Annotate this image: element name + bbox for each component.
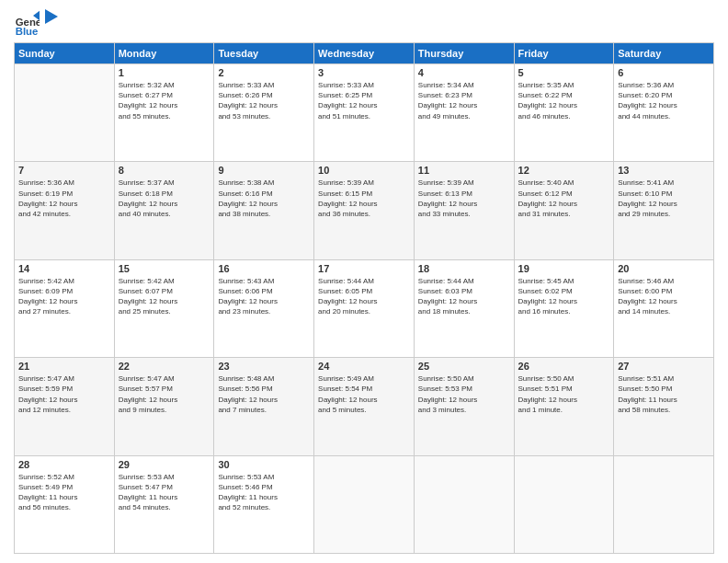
day-number: 7 (18, 165, 110, 176)
header-thursday: Thursday (414, 43, 514, 64)
day-detail: Sunrise: 5:50 AM Sunset: 5:51 PM Dayligh… (518, 373, 610, 415)
day-cell: 22Sunrise: 5:47 AM Sunset: 5:57 PM Dayli… (114, 358, 214, 455)
day-detail: Sunrise: 5:41 AM Sunset: 6:10 PM Dayligh… (618, 178, 710, 219)
day-number: 6 (618, 67, 710, 78)
day-cell: 6Sunrise: 5:36 AM Sunset: 6:20 PM Daylig… (614, 64, 714, 162)
day-number: 9 (218, 165, 310, 176)
day-number: 26 (518, 361, 610, 372)
day-detail: Sunrise: 5:43 AM Sunset: 6:06 PM Dayligh… (218, 276, 310, 317)
day-number: 2 (218, 67, 310, 78)
logo-icon: General Blue (14, 9, 40, 35)
day-cell: 18Sunrise: 5:44 AM Sunset: 6:03 PM Dayli… (414, 259, 514, 357)
day-number: 18 (418, 263, 510, 274)
day-cell: 7Sunrise: 5:36 AM Sunset: 6:19 PM Daylig… (15, 162, 115, 259)
day-number: 3 (318, 67, 410, 78)
day-cell: 28Sunrise: 5:52 AM Sunset: 5:49 PM Dayli… (15, 455, 115, 553)
day-cell: 30Sunrise: 5:53 AM Sunset: 5:46 PM Dayli… (214, 455, 314, 553)
day-number: 23 (218, 361, 310, 372)
day-cell: 9Sunrise: 5:38 AM Sunset: 6:16 PM Daylig… (214, 162, 314, 259)
day-cell: 26Sunrise: 5:50 AM Sunset: 5:51 PM Dayli… (514, 358, 614, 455)
day-number: 15 (119, 263, 210, 274)
day-detail: Sunrise: 5:49 AM Sunset: 5:54 PM Dayligh… (318, 373, 410, 415)
svg-text:Blue: Blue (16, 26, 39, 35)
day-number: 17 (318, 263, 410, 274)
week-row-2: 14Sunrise: 5:42 AM Sunset: 6:09 PM Dayli… (15, 259, 714, 357)
day-cell: 20Sunrise: 5:46 AM Sunset: 6:00 PM Dayli… (614, 259, 714, 357)
header-saturday: Saturday (614, 43, 714, 64)
week-row-3: 21Sunrise: 5:47 AM Sunset: 5:59 PM Dayli… (15, 358, 714, 455)
day-detail: Sunrise: 5:33 AM Sunset: 6:26 PM Dayligh… (218, 80, 310, 121)
day-number: 21 (18, 361, 110, 372)
day-number: 25 (418, 361, 510, 372)
day-number: 27 (618, 361, 710, 372)
day-detail: Sunrise: 5:33 AM Sunset: 6:25 PM Dayligh… (318, 80, 410, 121)
day-number: 4 (418, 67, 510, 78)
day-number: 22 (119, 361, 210, 372)
day-cell: 25Sunrise: 5:50 AM Sunset: 5:53 PM Dayli… (414, 358, 514, 455)
day-cell: 29Sunrise: 5:53 AM Sunset: 5:47 PM Dayli… (114, 455, 214, 553)
day-detail: Sunrise: 5:37 AM Sunset: 6:18 PM Dayligh… (119, 178, 210, 219)
day-detail: Sunrise: 5:47 AM Sunset: 5:59 PM Dayligh… (18, 373, 110, 415)
day-number: 5 (518, 67, 610, 78)
day-number: 10 (318, 165, 410, 176)
day-detail: Sunrise: 5:39 AM Sunset: 6:13 PM Dayligh… (418, 178, 510, 219)
header-friday: Friday (514, 43, 614, 64)
header: General Blue (14, 9, 714, 35)
day-detail: Sunrise: 5:36 AM Sunset: 6:20 PM Dayligh… (618, 80, 710, 121)
logo: General Blue (14, 9, 58, 35)
day-cell: 23Sunrise: 5:48 AM Sunset: 5:56 PM Dayli… (214, 358, 314, 455)
day-cell: 15Sunrise: 5:42 AM Sunset: 6:07 PM Dayli… (114, 259, 214, 357)
day-number: 30 (218, 459, 310, 470)
day-cell: 24Sunrise: 5:49 AM Sunset: 5:54 PM Dayli… (314, 358, 415, 455)
day-number: 24 (318, 361, 410, 372)
day-number: 1 (119, 67, 210, 78)
day-cell (314, 455, 415, 553)
header-sunday: Sunday (15, 43, 115, 64)
day-detail: Sunrise: 5:44 AM Sunset: 6:05 PM Dayligh… (318, 276, 410, 317)
day-detail: Sunrise: 5:36 AM Sunset: 6:19 PM Dayligh… (18, 178, 110, 219)
day-cell: 5Sunrise: 5:35 AM Sunset: 6:22 PM Daylig… (514, 64, 614, 162)
day-detail: Sunrise: 5:42 AM Sunset: 6:07 PM Dayligh… (119, 276, 210, 317)
day-number: 16 (218, 263, 310, 274)
day-detail: Sunrise: 5:40 AM Sunset: 6:12 PM Dayligh… (518, 178, 610, 219)
day-cell: 12Sunrise: 5:40 AM Sunset: 6:12 PM Dayli… (514, 162, 614, 259)
day-cell: 27Sunrise: 5:51 AM Sunset: 5:50 PM Dayli… (614, 358, 714, 455)
day-detail: Sunrise: 5:39 AM Sunset: 6:15 PM Dayligh… (318, 178, 410, 219)
day-cell: 13Sunrise: 5:41 AM Sunset: 6:10 PM Dayli… (614, 162, 714, 259)
day-cell (614, 455, 714, 553)
page: General Blue Sunday Monday Tuesday Wedne… (0, 0, 728, 563)
day-cell (15, 64, 115, 162)
day-detail: Sunrise: 5:52 AM Sunset: 5:49 PM Dayligh… (18, 472, 110, 513)
day-number: 8 (119, 165, 210, 176)
header-tuesday: Tuesday (214, 43, 314, 64)
day-cell: 4Sunrise: 5:34 AM Sunset: 6:23 PM Daylig… (414, 64, 514, 162)
day-cell: 10Sunrise: 5:39 AM Sunset: 6:15 PM Dayli… (314, 162, 415, 259)
day-cell (514, 455, 614, 553)
day-detail: Sunrise: 5:51 AM Sunset: 5:50 PM Dayligh… (618, 373, 710, 415)
day-detail: Sunrise: 5:50 AM Sunset: 5:53 PM Dayligh… (418, 373, 510, 415)
day-detail: Sunrise: 5:47 AM Sunset: 5:57 PM Dayligh… (119, 373, 210, 415)
calendar-table: Sunday Monday Tuesday Wednesday Thursday… (14, 42, 714, 554)
week-row-0: 1Sunrise: 5:32 AM Sunset: 6:27 PM Daylig… (15, 64, 714, 162)
day-detail: Sunrise: 5:53 AM Sunset: 5:47 PM Dayligh… (119, 472, 210, 513)
day-cell: 16Sunrise: 5:43 AM Sunset: 6:06 PM Dayli… (214, 259, 314, 357)
week-row-4: 28Sunrise: 5:52 AM Sunset: 5:49 PM Dayli… (15, 455, 714, 553)
day-cell: 1Sunrise: 5:32 AM Sunset: 6:27 PM Daylig… (114, 64, 214, 162)
day-number: 20 (618, 263, 710, 274)
day-detail: Sunrise: 5:32 AM Sunset: 6:27 PM Dayligh… (119, 80, 210, 121)
week-row-1: 7Sunrise: 5:36 AM Sunset: 6:19 PM Daylig… (15, 162, 714, 259)
day-detail: Sunrise: 5:35 AM Sunset: 6:22 PM Dayligh… (518, 80, 610, 121)
day-cell: 19Sunrise: 5:45 AM Sunset: 6:02 PM Dayli… (514, 259, 614, 357)
day-cell: 17Sunrise: 5:44 AM Sunset: 6:05 PM Dayli… (314, 259, 415, 357)
logo-arrow-icon (45, 9, 58, 28)
day-number: 28 (18, 459, 110, 470)
svg-marker-3 (45, 9, 58, 24)
day-number: 14 (18, 263, 110, 274)
day-detail: Sunrise: 5:44 AM Sunset: 6:03 PM Dayligh… (418, 276, 510, 317)
day-detail: Sunrise: 5:45 AM Sunset: 6:02 PM Dayligh… (518, 276, 610, 317)
day-cell: 14Sunrise: 5:42 AM Sunset: 6:09 PM Dayli… (15, 259, 115, 357)
day-detail: Sunrise: 5:38 AM Sunset: 6:16 PM Dayligh… (218, 178, 310, 219)
day-detail: Sunrise: 5:34 AM Sunset: 6:23 PM Dayligh… (418, 80, 510, 121)
day-number: 13 (618, 165, 710, 176)
weekday-header-row: Sunday Monday Tuesday Wednesday Thursday… (15, 43, 714, 64)
